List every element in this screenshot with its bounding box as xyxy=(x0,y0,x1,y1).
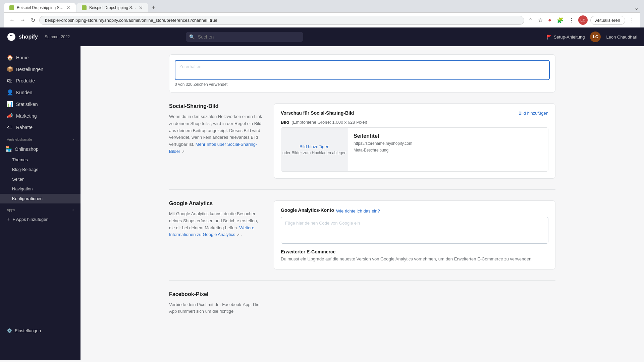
extension-icon[interactable]: 🧩 xyxy=(555,16,565,25)
sidebar-item-marketing[interactable]: 📣 Marketing xyxy=(0,110,80,122)
social-sharing-card-title: Vorschau für Social-Sharing-Bild Bild hi… xyxy=(281,110,548,116)
browser-more-button[interactable]: ⋮ xyxy=(628,16,636,25)
apps-label: Apps › xyxy=(0,203,80,214)
products-icon: 🛍 xyxy=(7,78,13,84)
upload-btn[interactable]: Bild hinzufügen xyxy=(300,144,329,149)
social-sharing-card: Vorschau für Social-Sharing-Bild Bild hi… xyxy=(274,103,555,179)
back-button[interactable]: ← xyxy=(8,16,16,24)
ga-left: Google Analytics Mit Google Analytics ka… xyxy=(169,200,263,269)
sidebar: 🏠 Home 📦 Bestellungen 🛍 Produkte 👤 Kunde… xyxy=(0,46,80,360)
social-preview-image-area[interactable]: Bild hinzufügen oder Bilder zum Hochlade… xyxy=(281,128,348,171)
sidebar-item-home[interactable]: 🏠 Home xyxy=(0,52,80,63)
share-button[interactable]: ⇧ xyxy=(527,16,534,25)
social-sharing-title: Social-Sharing-Bild xyxy=(169,103,263,109)
browser-tab-2[interactable]: Beispiel Dropshipping Store ✕ xyxy=(76,3,148,12)
user-name: Leon Chaudhari xyxy=(606,35,637,40)
social-sharing-right: Vorschau für Social-Sharing-Bild Bild hi… xyxy=(274,103,555,179)
vertriebskanaele-label: Vertriebskanäle › xyxy=(0,133,80,143)
fb-left: Facebook-Pixel Verbinde dein Pixel mit d… xyxy=(169,291,263,315)
erweiterter-desc: Du musst ein Upgrade auf die neueste Ver… xyxy=(281,256,548,262)
ga-setup-link[interactable]: Wie richte ich das ein? xyxy=(336,208,380,214)
orders-icon: 📦 xyxy=(7,66,13,72)
search-input[interactable] xyxy=(186,32,303,42)
meta-desc-textarea[interactable]: Zu erhalten xyxy=(175,60,550,80)
sidebar-item-einstellungen[interactable]: ⚙️ Einstellungen xyxy=(0,325,80,336)
sidebar-item-bestellungen[interactable]: 📦 Bestellungen xyxy=(0,63,80,75)
ga-title: Google Analytics xyxy=(169,200,263,206)
preview-url: https://storename.myshopify.com xyxy=(354,141,412,146)
add-icon: + xyxy=(7,216,10,222)
fb-title: Facebook-Pixel xyxy=(169,291,263,297)
tab-favicon-2 xyxy=(82,5,87,10)
search-icon: 🔍 xyxy=(189,34,195,40)
ga-card: Google Analytics-Konto Wie richte ich da… xyxy=(274,200,555,269)
sidebar-sub-navigation[interactable]: Navigation xyxy=(0,184,80,194)
ga-right: Google Analytics-Konto Wie richte ich da… xyxy=(274,200,555,269)
social-sharing-desc: Wenn du in den sozialen Netzwerken einen… xyxy=(169,113,263,155)
social-preview-meta: Seitentitel https://storename.myshopify.… xyxy=(348,128,418,171)
erweiterter-title: Erweiterter E-Commerce xyxy=(281,249,548,254)
sidebar-sub-konfigurationen[interactable]: Konfigurationen xyxy=(0,194,80,203)
sidebar-item-rabatte[interactable]: 🏷 Rabatte xyxy=(0,122,80,133)
fb-right xyxy=(274,291,555,315)
external-link-icon: ↗ xyxy=(181,149,184,154)
forward-button[interactable]: → xyxy=(19,16,27,24)
customers-icon: 👤 xyxy=(7,89,13,96)
opera-icon[interactable]: ● xyxy=(547,16,553,24)
new-tab-button[interactable]: + xyxy=(149,3,158,12)
vertriebskanaele-arrow[interactable]: › xyxy=(72,137,74,142)
onlineshop-icon: 🏪 xyxy=(5,146,11,152)
discounts-icon: 🏷 xyxy=(7,124,13,130)
apps-arrow[interactable]: › xyxy=(72,207,74,212)
tab-close-1[interactable]: ✕ xyxy=(66,5,70,10)
social-sharing-section: Social-Sharing-Bild Wenn du in den sozia… xyxy=(169,93,555,190)
menu-icon[interactable]: ⋮ xyxy=(568,16,576,25)
ga-placeholder: Füge hier deinen Code von Google ein xyxy=(285,221,360,226)
address-bar[interactable] xyxy=(39,16,524,25)
shopify-season: Sommer 2022 xyxy=(45,35,70,39)
sidebar-item-produkte[interactable]: 🛍 Produkte xyxy=(0,75,80,86)
meta-placeholder: Zu erhalten xyxy=(179,64,202,69)
preview-title: Seitentitel xyxy=(354,133,412,139)
sidebar-add-apps[interactable]: + + Apps hinzufügen xyxy=(0,214,80,225)
ga-code-field[interactable]: Füge hier deinen Code von Google ein xyxy=(281,217,548,244)
char-count: 0 von 320 Zeichen verwendet xyxy=(175,82,550,87)
sidebar-item-kunden[interactable]: 👤 Kunden xyxy=(0,86,80,98)
header-search-wrapper: 🔍 xyxy=(186,32,320,42)
google-analytics-section: Google Analytics Mit Google Analytics ka… xyxy=(169,190,555,281)
shopify-logo: shopify xyxy=(7,32,38,42)
facebook-pixel-section: Facebook-Pixel Verbinde dein Pixel mit d… xyxy=(169,281,555,315)
settings-icon: ⚙️ xyxy=(7,328,12,333)
ga-card-title-row: Google Analytics-Konto Wie richte ich da… xyxy=(281,207,548,214)
refresh-button[interactable]: ↻ xyxy=(30,16,37,25)
upload-hint: oder Bilder zum Hochladen ablegen xyxy=(282,150,346,155)
tab-title-1: Beispiel Dropshipping Store ·... xyxy=(17,5,64,10)
social-preview-card: Bild hinzufügen oder Bilder zum Hochlade… xyxy=(281,127,548,172)
tab-favicon-1 xyxy=(9,5,14,10)
fb-desc: Verbinde dein Pixel mit der Facebook-App… xyxy=(169,301,263,315)
header-right: 🚩 Setup-Anleitung LC Leon Chaudhari xyxy=(546,32,637,42)
user-avatar: LC xyxy=(590,32,601,42)
flag-icon: 🚩 xyxy=(546,35,552,40)
update-button[interactable]: Aktualisieren xyxy=(590,16,625,25)
sidebar-item-statistiken[interactable]: 📊 Statistiken xyxy=(0,98,80,110)
sidebar-sub-blog[interactable]: Blog-Beiträge xyxy=(0,165,80,174)
bookmark-button[interactable]: ☆ xyxy=(537,16,544,25)
sidebar-item-onlineshop[interactable]: 🏪 Onlineshop xyxy=(0,143,80,155)
browser-tab-1[interactable]: Beispiel Dropshipping Store ·... ✕ xyxy=(4,3,76,12)
stats-icon: 📊 xyxy=(7,101,13,107)
setup-link[interactable]: 🚩 Setup-Anleitung xyxy=(546,35,585,40)
main-content: Zu erhalten 0 von 320 Zeichen verwendet … xyxy=(80,46,644,360)
shopify-text: shopify xyxy=(19,34,38,40)
preview-desc: Meta-Beschreibung xyxy=(354,148,412,153)
sidebar-sub-seiten[interactable]: Seiten xyxy=(0,174,80,184)
minimize-button[interactable]: ⌄ xyxy=(633,3,640,12)
bild-label: Bild (Empfohlene Größe: 1.000 x 628 Pixe… xyxy=(281,120,548,125)
add-image-link[interactable]: Bild hinzufügen xyxy=(519,111,548,116)
home-icon: 🏠 xyxy=(7,54,13,61)
tab-close-2[interactable]: ✕ xyxy=(139,5,143,10)
sidebar-sub-themes[interactable]: Themes xyxy=(0,155,80,165)
tab-title-2: Beispiel Dropshipping Store xyxy=(89,5,136,10)
social-sharing-left: Social-Sharing-Bild Wenn du in den sozia… xyxy=(169,103,263,179)
ga-external-icon: ↗ xyxy=(236,233,239,237)
